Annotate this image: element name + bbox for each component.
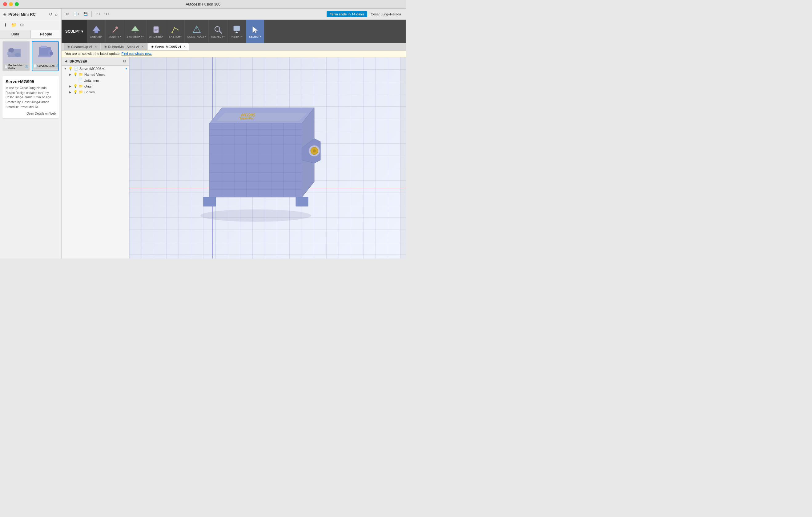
- thumb-img-rubbermaid: [3, 42, 29, 63]
- utilities-label: UTILITIES ▾: [149, 35, 164, 38]
- file-arrow: ▾: [78, 12, 79, 16]
- svg-marker-31: [210, 123, 302, 197]
- tree-item-units[interactable]: ▶ 📄 Units: mm: [62, 77, 129, 83]
- svg-rect-3: [7, 52, 11, 55]
- left-panel: ◈ Protei Mini RC ↺ ⌕ ⬆ 📁 ⚙ Data People: [0, 9, 62, 258]
- tab-servo-close[interactable]: ✕: [183, 45, 185, 48]
- grid-menu-button[interactable]: ⊞: [64, 11, 70, 17]
- maximize-button[interactable]: [15, 2, 19, 6]
- upload-button[interactable]: ⬆: [3, 22, 8, 28]
- tree-icon-bulb-bodies: 💡: [73, 90, 78, 94]
- tab-data[interactable]: Data: [0, 30, 31, 38]
- file-button[interactable]: 📄 ▾: [71, 11, 81, 17]
- detail-update: Fusion Design updated to v1 by Cesar Jun…: [5, 91, 56, 100]
- tree-label-named-views: Named Views: [84, 73, 127, 76]
- toolbar-section-create[interactable]: CREATE ▾: [87, 20, 106, 43]
- toolbar-section-insert[interactable]: INSERT ▾: [228, 20, 246, 43]
- thumbnail-servo[interactable]: 📄 Servo+MG995 ⓘ: [32, 41, 59, 71]
- servo-model-svg: TowerPro MG995: [170, 86, 348, 234]
- tree-item-origin[interactable]: ▶ 💡 📁 Origin: [62, 83, 129, 89]
- close-button[interactable]: [3, 2, 7, 6]
- tree-icon-folder-origin: 📁: [79, 84, 83, 88]
- create-label: CREATE ▾: [90, 35, 103, 38]
- redo-icon: ↪: [104, 12, 107, 16]
- info-link[interactable]: Find out what's new.: [121, 52, 152, 55]
- panel-tabs: Data People: [0, 30, 61, 38]
- window-controls[interactable]: [3, 2, 19, 6]
- tree-item-named-views[interactable]: ▶ 💡 📁 Named Views: [62, 72, 129, 77]
- svg-marker-32: [216, 112, 308, 122]
- save-button[interactable]: 💾: [82, 11, 90, 17]
- refresh-button[interactable]: ↺: [48, 11, 53, 17]
- settings-button[interactable]: ⚙: [20, 22, 25, 28]
- construct-icon: [192, 25, 202, 34]
- sculpt-arrow: ▾: [81, 29, 83, 34]
- toolbar-section-symmetry[interactable]: SYMMETRY ▾: [124, 20, 146, 43]
- svg-text:MG995: MG995: [241, 112, 256, 117]
- svg-rect-8: [38, 55, 51, 57]
- undo-button[interactable]: ↩ ▾: [93, 11, 102, 17]
- tab-rubbermaid-close[interactable]: ✕: [141, 45, 144, 48]
- search-button[interactable]: ⌕: [55, 11, 58, 17]
- app-toolbar: ⊞ 📄 ▾ 💾 ↩ ▾ ↪ ▾ Term ends: [62, 9, 406, 20]
- window-title: Autodesk Fusion 360: [185, 2, 221, 6]
- svg-point-2: [14, 53, 21, 57]
- toolbar-section-construct[interactable]: CONSTRUCT ▾: [185, 20, 209, 43]
- redo-button[interactable]: ↪ ▾: [103, 11, 111, 17]
- tab-servo-label: Servo+MG995 v1: [155, 45, 181, 49]
- toolbar-section-utilities[interactable]: UTILITIES ▾: [146, 20, 166, 43]
- file-icon: 📄: [73, 12, 77, 16]
- svg-point-18: [174, 27, 175, 28]
- tree-item-root[interactable]: ▼ 💡 📄 Servo+MG995 v1 ●: [62, 65, 129, 72]
- construct-label: CONSTRUCT ▾: [187, 35, 206, 38]
- sketch-icon: [170, 25, 180, 34]
- toolbar-section-select[interactable]: SELECT ▾: [246, 20, 264, 43]
- symmetry-icon: [130, 25, 140, 34]
- tab-cleanedup[interactable]: ◈ CleanedUp v1 ✕: [64, 43, 100, 50]
- toolbar-section-modify[interactable]: MODIFY ▾: [106, 20, 124, 43]
- tab-people[interactable]: People: [31, 30, 61, 38]
- svg-rect-14: [153, 27, 158, 33]
- tree-icon-bulb-named-views: 💡: [73, 73, 78, 76]
- toolbar-sep-1: [91, 11, 92, 17]
- tab-rubbermaid-icon: ◈: [104, 45, 107, 49]
- toolbar-section-inspect[interactable]: INSPECT ▾: [209, 20, 228, 43]
- svg-rect-6: [40, 46, 47, 48]
- tab-servo[interactable]: ◈ Servo+MG995 v1 ✕: [148, 43, 189, 50]
- thumb-info-servo[interactable]: ⓘ: [56, 64, 59, 68]
- thumb-img-servo: [32, 42, 58, 63]
- viewport[interactable]: TowerPro MG995: [129, 57, 406, 258]
- trial-badge[interactable]: Term ends in 14 days: [326, 11, 367, 17]
- right-panel: ⊞ 📄 ▾ 💾 ↩ ▾ ↪ ▾ Term ends: [62, 9, 406, 258]
- sculpt-label: SCULPT: [65, 29, 80, 34]
- svg-rect-25: [234, 26, 240, 31]
- browser-header: ◀ BROWSER ⊟: [62, 57, 129, 65]
- browser-collapse-button[interactable]: ◀: [64, 58, 68, 64]
- toolbar-section-sketch[interactable]: SKETCH ▾: [166, 20, 185, 43]
- new-folder-button[interactable]: 📁: [10, 22, 17, 28]
- thumb-info-rubbermaid[interactable]: ⓘ: [25, 65, 28, 69]
- tab-rubbermaid-label: RubberMa...Small v1: [108, 45, 140, 49]
- save-icon: 💾: [83, 12, 88, 16]
- thumb-label-rubbermaid: 📄 RubberMaid Brillia... ⓘ: [3, 63, 29, 71]
- header-actions: ↺ ⌕: [48, 11, 58, 17]
- svg-point-19: [171, 32, 173, 33]
- browser-toggle-button[interactable]: ⊟: [122, 58, 126, 64]
- tree-arrow-root: ▼: [63, 67, 67, 70]
- tab-rubbermaid[interactable]: ◈ RubberMa...Small v1 ✕: [101, 43, 147, 50]
- sculpt-mode-button[interactable]: SCULPT ▾: [62, 20, 87, 43]
- action-icons-row: ⬆ 📁 ⚙: [0, 20, 61, 30]
- info-bar: You are all set with the latest update. …: [62, 51, 406, 57]
- detail-created: Created by: Cesar Jung-Harada: [5, 100, 56, 105]
- tree-item-bodies[interactable]: ▶ 💡 📁 Bodies: [62, 89, 129, 95]
- open-details-link[interactable]: Open Details on Web: [5, 112, 56, 115]
- tab-cleanedup-close[interactable]: ✕: [94, 45, 97, 48]
- thumb-label-servo: 📄 Servo+MG995 ⓘ: [32, 63, 58, 69]
- svg-line-24: [219, 31, 222, 33]
- thumb-name-rubbermaid: RubberMaid Brillia...: [8, 64, 24, 70]
- info-text: You are all set with the latest update.: [65, 52, 120, 55]
- minimize-button[interactable]: [9, 2, 13, 6]
- svg-rect-10: [94, 31, 98, 33]
- thumbnail-rubbermaid[interactable]: 📄 RubberMaid Brillia... ⓘ: [2, 41, 30, 71]
- tree-icon-doc-units: 📄: [78, 78, 83, 82]
